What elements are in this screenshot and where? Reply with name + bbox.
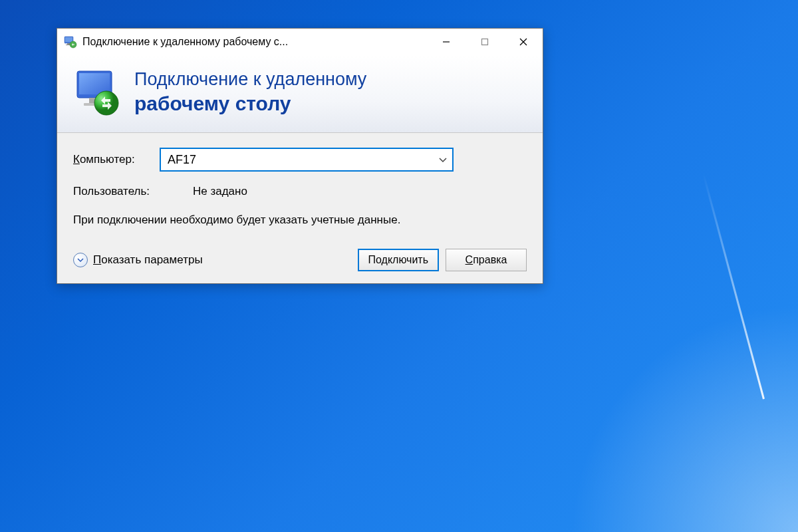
maximize-button[interactable]	[466, 29, 504, 55]
computer-label: Компьютер:	[73, 153, 160, 166]
footer-row: Показать параметры Подключить Справка	[73, 249, 527, 271]
show-options-link[interactable]: Показать параметры	[73, 253, 203, 267]
header-banner: Подключение к удаленному рабочему столу	[57, 55, 543, 133]
window-title: Подключение к удаленному рабочему с...	[82, 36, 427, 48]
computer-row: Компьютер:	[73, 148, 527, 172]
computer-input[interactable]	[160, 148, 454, 172]
window-controls	[427, 29, 543, 55]
info-text: При подключении необходимо будет указать…	[73, 211, 527, 229]
user-row: Пользователь: Не задано	[73, 185, 527, 198]
header-line1: Подключение к удаленному	[134, 68, 366, 91]
svg-rect-1	[65, 37, 72, 42]
computer-combo[interactable]	[160, 148, 454, 172]
rdp-icon-small	[64, 35, 77, 49]
titlebar: Подключение к удаленному рабочему с...	[57, 29, 543, 55]
help-button[interactable]: Справка	[446, 249, 527, 271]
expand-down-icon	[73, 253, 88, 267]
header-line2: рабочему столу	[134, 91, 366, 116]
svg-point-13	[94, 91, 118, 115]
user-value: Не задано	[193, 185, 247, 198]
connect-button[interactable]: Подключить	[358, 249, 439, 271]
rdp-dialog: Подключение к удаленному рабочему с...	[57, 28, 543, 284]
dialog-body: Компьютер: Пользователь: Не задано При п…	[57, 133, 543, 283]
svg-rect-6	[482, 39, 488, 45]
close-button[interactable]	[504, 29, 543, 55]
header-text: Подключение к удаленному рабочему столу	[134, 68, 366, 116]
rdp-icon-large	[72, 67, 122, 118]
button-group: Подключить Справка	[358, 249, 527, 271]
show-options-label: Показать параметры	[93, 253, 203, 267]
user-label: Пользователь:	[73, 185, 193, 198]
minimize-button[interactable]	[427, 29, 466, 55]
